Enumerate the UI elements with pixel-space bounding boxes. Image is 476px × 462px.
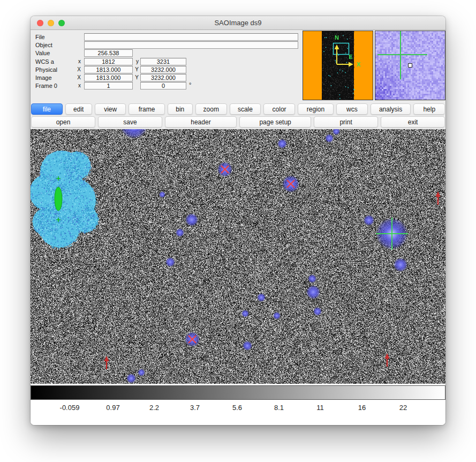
menu-button-edit[interactable]: edit <box>65 103 92 115</box>
menu-button-scale[interactable]: scale <box>230 103 261 115</box>
frame-label: Frame 0 <box>35 82 57 90</box>
physical-x-field[interactable]: 1813.000 <box>84 66 133 73</box>
title-bar[interactable]: SAOImage ds9 <box>31 16 445 30</box>
menu-bar: file edit view frame bin zoom scale colo… <box>31 103 445 115</box>
image-y-field[interactable]: 3232.000 <box>140 74 186 81</box>
menu-button-zoom[interactable]: zoom <box>195 103 227 115</box>
file-field <box>84 33 298 41</box>
value-label: Value <box>35 49 50 57</box>
panner-canvas[interactable] <box>303 31 373 100</box>
command-bar: open save header page setup print exit <box>31 116 445 128</box>
colorbar[interactable] <box>31 385 445 400</box>
object-label: Object <box>35 41 52 49</box>
physical-label: Physical <box>35 66 57 73</box>
physical-y-field[interactable]: 3232.000 <box>140 66 186 73</box>
colorbar-tick-label: 0.97 <box>106 404 119 412</box>
command-button-save[interactable]: save <box>98 116 162 128</box>
image-y-label: Y <box>133 74 139 81</box>
frame-zoom-field[interactable]: 1 <box>84 82 133 90</box>
value-field: 256.538 <box>84 49 133 57</box>
wcs-label: WCS a <box>35 58 54 65</box>
image-label: Image <box>35 74 52 81</box>
command-button-print[interactable]: print <box>314 116 378 128</box>
menu-button-help[interactable]: help <box>413 103 445 115</box>
command-button-open[interactable]: open <box>31 116 95 128</box>
command-button-page-setup[interactable]: page setup <box>239 116 311 128</box>
frame-zoom-label: x <box>73 82 81 90</box>
magnifier <box>375 31 445 100</box>
image-display-canvas[interactable] <box>31 129 445 384</box>
menu-button-view[interactable]: view <box>95 103 126 115</box>
command-button-header[interactable]: header <box>165 116 237 128</box>
image-x-label: X <box>73 74 81 81</box>
colorbar-tick-label: 8.1 <box>274 404 284 412</box>
colorbar-tick-label: 22 <box>399 404 407 412</box>
colorbar-tick-label: 5.6 <box>232 404 242 412</box>
colorbar-tick-label: 2.2 <box>149 404 159 412</box>
frame-rotation-field[interactable]: 0 <box>140 82 186 90</box>
object-field <box>84 41 298 49</box>
degree-symbol: ° <box>189 81 191 88</box>
command-button-exit[interactable]: exit <box>381 116 445 128</box>
menu-button-region[interactable]: region <box>298 103 334 115</box>
colorbar-tick-label: 16 <box>358 404 366 412</box>
colorbar-tick-label: 3.7 <box>190 404 200 412</box>
menu-button-bin[interactable]: bin <box>168 103 193 115</box>
wcs-y-field[interactable]: 3231 <box>140 58 186 65</box>
app-window: SAOImage ds9 File Object Value WCS a Phy… <box>31 16 445 425</box>
magnifier-canvas <box>375 31 445 100</box>
wcs-x-label: x <box>73 58 81 65</box>
file-label: File <box>35 33 45 41</box>
traffic-lights <box>37 20 65 26</box>
panner[interactable] <box>303 31 373 100</box>
info-panel: File Object Value WCS a Physical Image F… <box>31 30 445 103</box>
colorbar-tick-label: -0.059 <box>60 404 80 412</box>
minimize-button[interactable] <box>48 20 54 26</box>
wcs-x-field[interactable]: 1812 <box>84 58 133 65</box>
zoom-window-button[interactable] <box>58 20 65 26</box>
wcs-y-label: y <box>133 58 139 65</box>
physical-x-label: X <box>73 66 81 73</box>
colorbar-tick-label: 11 <box>316 404 324 412</box>
menu-button-frame[interactable]: frame <box>129 103 164 115</box>
close-button[interactable] <box>37 20 43 26</box>
menu-button-wcs[interactable]: wcs <box>336 103 368 115</box>
menu-button-analysis[interactable]: analysis <box>371 103 411 115</box>
window-title: SAOImage ds9 <box>31 16 445 30</box>
image-x-field[interactable]: 1813.000 <box>84 74 133 81</box>
colorbar-section: -0.059 0.97 2.2 3.7 5.6 8.1 11 16 22 <box>31 384 445 425</box>
menu-button-file[interactable]: file <box>31 103 63 115</box>
menu-button-color[interactable]: color <box>263 103 295 115</box>
physical-y-label: Y <box>133 66 139 73</box>
